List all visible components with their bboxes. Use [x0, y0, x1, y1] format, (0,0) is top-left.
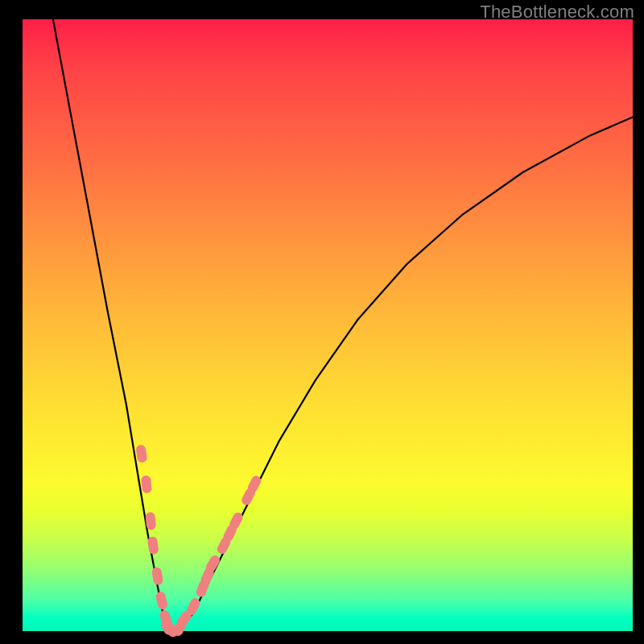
highlight-dot — [135, 444, 147, 464]
highlight-dot — [141, 475, 152, 493]
curve-line — [53, 19, 633, 631]
highlight-markers — [135, 444, 262, 639]
chart-svg — [0, 0, 644, 644]
highlight-dot — [147, 536, 159, 555]
highlight-dot — [155, 591, 168, 610]
watermark-text: TheBottleneck.com — [480, 2, 634, 23]
curve-path — [53, 19, 633, 631]
highlight-dot — [151, 567, 164, 586]
